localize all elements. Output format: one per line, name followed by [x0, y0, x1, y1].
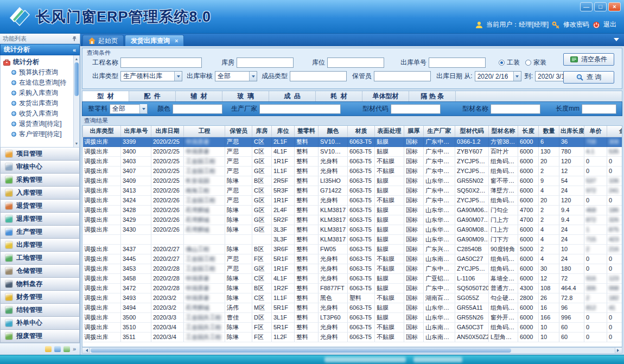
- table-row[interactable]: 调拨出库34942020/3/2石湾辉城汤伟M区5R1F整料光身料6063-T5…: [83, 303, 623, 312]
- column-header[interactable]: 库位: [272, 126, 295, 137]
- tree-item[interactable]: 退货查询[待定]: [3, 119, 73, 129]
- column-header[interactable]: 保管员: [225, 126, 252, 137]
- table-row[interactable]: 调拨出库34532020/2/28工业园工程严思G区1R1F整料光身料6063-…: [83, 264, 623, 273]
- table-row[interactable]: 调拨出库34292020/2/26石湾辉城陈琳G区5R2F整料KLM381760…: [83, 215, 623, 225]
- table-row[interactable]: 调拨出库34002020/2/25华润原著严思C区4L1F整料SV10…6063…: [83, 146, 623, 156]
- table-row[interactable]: 调拨出库35112020/3/4工业园共工程陈琳F区1L2F整料光身料6063-…: [83, 332, 623, 342]
- column-header[interactable]: 生产厂家: [424, 126, 455, 137]
- tree-item[interactable]: 发货出库查询: [3, 98, 73, 108]
- table-row[interactable]: 调拨出库34282020/2/26石湾辉城陈琳G区2L4F整料KLM381760…: [83, 205, 623, 215]
- tree-scrollbar[interactable]: ▲ ▼: [73, 55, 79, 147]
- order-no-input[interactable]: [429, 58, 486, 68]
- table-row[interactable]: 调拨出库33992020/2/25华润原著严思C区2L1F整料SV10…6063…: [83, 137, 623, 146]
- collapse-icon[interactable]: «: [73, 47, 76, 53]
- hscrollbar-thumb[interactable]: [91, 348, 511, 353]
- scroll-down-icon[interactable]: ▼: [74, 141, 79, 146]
- close-icon[interactable]: ×: [175, 37, 178, 44]
- minimize-button[interactable]: —: [580, 2, 593, 11]
- product-type-input[interactable]: [290, 71, 347, 81]
- table-row[interactable]: 调拨出库34302020/2/26石湾辉城陈琳G区3L3F整料KLM381760…: [83, 225, 623, 234]
- length-input[interactable]: [582, 104, 616, 114]
- tree-item[interactable]: 预算执行查询: [3, 67, 73, 78]
- sidebar-item[interactable]: 工地管理: [0, 252, 80, 265]
- column-header[interactable]: 数量: [539, 126, 559, 137]
- table-row[interactable]: 调拨出库34452020/2/27工业园工程严思F区5R1F整料光身料6063-…: [83, 254, 623, 264]
- tree-item[interactable]: 收货入库查询: [3, 108, 73, 119]
- sidebar-item[interactable]: 补单中心: [0, 317, 80, 330]
- sidebar-item[interactable]: 结转管理: [0, 304, 80, 317]
- list-icon[interactable]: [63, 346, 70, 352]
- column-header[interactable]: 出库日期: [151, 126, 184, 137]
- column-header[interactable]: 出库长度: [559, 126, 584, 137]
- sidebar-item[interactable]: 仓储管理: [0, 265, 80, 278]
- column-header[interactable]: 单价: [584, 126, 607, 137]
- sidebar-item[interactable]: 退库管理: [0, 213, 80, 226]
- sidebar-item[interactable]: 入库管理: [0, 187, 80, 200]
- material-tab[interactable]: 耗 材: [316, 91, 362, 101]
- sidebar-item[interactable]: 审核中心: [0, 161, 80, 174]
- column-header[interactable]: 材质: [348, 126, 375, 137]
- clear-conditions-button[interactable]: 清空条件: [563, 53, 614, 66]
- material-tab[interactable]: 玻 璃: [222, 91, 269, 101]
- scroll-left-button[interactable]: [82, 348, 90, 353]
- column-header[interactable]: 工程: [184, 126, 225, 137]
- maker-input[interactable]: [259, 104, 341, 114]
- sidebar-item[interactable]: 出库管理: [0, 239, 80, 252]
- table-row[interactable]: 调拨出库34132020/2/26南海工程严思C区5R3F整料G71422606…: [83, 186, 623, 195]
- logout-button[interactable]: 退出: [603, 20, 616, 29]
- profile-code-input[interactable]: [391, 104, 441, 114]
- column-header[interactable]: 整零料: [295, 126, 319, 137]
- table-row[interactable]: 调拨出库34242020/2/26工业园工程严思G区1R1F整料光身料6063-…: [83, 195, 623, 205]
- table-row[interactable]: 调拨出库34372020/2/27佛山工程陈琳B区3R6F整料FW056063-…: [83, 244, 623, 254]
- column-header[interactable]: 膜厚: [404, 126, 424, 137]
- column-header[interactable]: 长度: [518, 126, 539, 137]
- table-row[interactable]: 调拨出库34032020/2/25工业园工程严思G区1R1F整料光身料6063-…: [83, 156, 623, 166]
- date-from-picker[interactable]: 2020/ 2/16: [475, 71, 521, 81]
- color-input[interactable]: [173, 104, 222, 114]
- table-row[interactable]: 调拨出库34722020/2/28华润原著陈琳B区1R2F整料F8877FT60…: [83, 283, 623, 293]
- tree-item[interactable]: 采购入库查询: [3, 88, 73, 98]
- sidebar-section-statistics[interactable]: 统计分析 «: [0, 44, 80, 55]
- keeper-input[interactable]: [374, 71, 431, 81]
- sidebar-item[interactable]: 物料盘存: [0, 278, 80, 291]
- material-tab[interactable]: 辅 材: [176, 91, 222, 101]
- change-password-button[interactable]: 修改密码: [563, 20, 589, 29]
- sidebar-item[interactable]: 生产管理: [0, 226, 80, 239]
- close-button[interactable]: ×: [608, 2, 621, 11]
- pin-icon[interactable]: [72, 36, 77, 41]
- scroll-right-button[interactable]: [615, 348, 622, 353]
- project-name-input[interactable]: [120, 58, 202, 68]
- location-input[interactable]: [327, 58, 384, 68]
- tree-item[interactable]: 客户管理[待定]: [3, 129, 73, 139]
- tree-scrollbar-thumb[interactable]: [74, 62, 79, 96]
- sidebar-item[interactable]: 报废管理: [0, 330, 80, 343]
- radio-work-clothes[interactable]: [499, 60, 505, 66]
- table-row[interactable]: 调拨出库34092020/2/25长安花园陈琳B区2R5F整料LI35HO606…: [83, 176, 623, 186]
- sidebar-item[interactable]: 采购管理: [0, 174, 80, 187]
- sidebar-item[interactable]: 财务管理: [0, 291, 80, 304]
- tree-root-statistics[interactable]: 统计分析: [3, 57, 73, 67]
- profile-name-input[interactable]: [491, 104, 540, 114]
- outbound-audit-select[interactable]: 全部: [215, 71, 257, 81]
- tree-item[interactable]: 在途信息查询[待: [3, 78, 73, 88]
- tab-shipping-query[interactable]: 发货出库查询×: [125, 35, 184, 46]
- computer-icon[interactable]: [54, 346, 61, 352]
- table-row[interactable]: 3L3F整料KLM38176063-T5贴膜国标山东华…GA90M09…门下方6…: [83, 234, 623, 244]
- table-row[interactable]: 调拨出库34072020/2/25工业园工程严思G区1L1F整料光身料6063-…: [83, 166, 623, 176]
- column-header[interactable]: 库房: [252, 126, 272, 137]
- table-row[interactable]: 调拨出库34582020/2/28华润原著陈琳C区4L1F整料光身料6063-T…: [83, 273, 623, 283]
- sidebar-item[interactable]: 退货管理: [0, 200, 80, 213]
- column-header[interactable]: 出库类型: [83, 126, 121, 137]
- column-header[interactable]: 型材名称: [489, 126, 518, 137]
- column-header[interactable]: 金: [607, 126, 623, 137]
- maximize-button[interactable]: □: [594, 2, 607, 11]
- tab-list-dropdown-icon[interactable]: [614, 38, 619, 44]
- search-button[interactable]: 查 询: [563, 71, 614, 84]
- column-header[interactable]: 型材代码: [455, 126, 489, 137]
- warehouse-input[interactable]: [237, 58, 294, 68]
- folder-icon[interactable]: [45, 346, 52, 352]
- table-row[interactable]: 调拨出库34932020/3/2华润原著陈琳C区1L1F整料黑色塑料不贴膜国标湖…: [83, 293, 623, 303]
- scroll-up-icon[interactable]: ▲: [74, 56, 79, 62]
- material-tab[interactable]: 成 品: [269, 91, 316, 101]
- column-header[interactable]: 表面处理: [375, 126, 404, 137]
